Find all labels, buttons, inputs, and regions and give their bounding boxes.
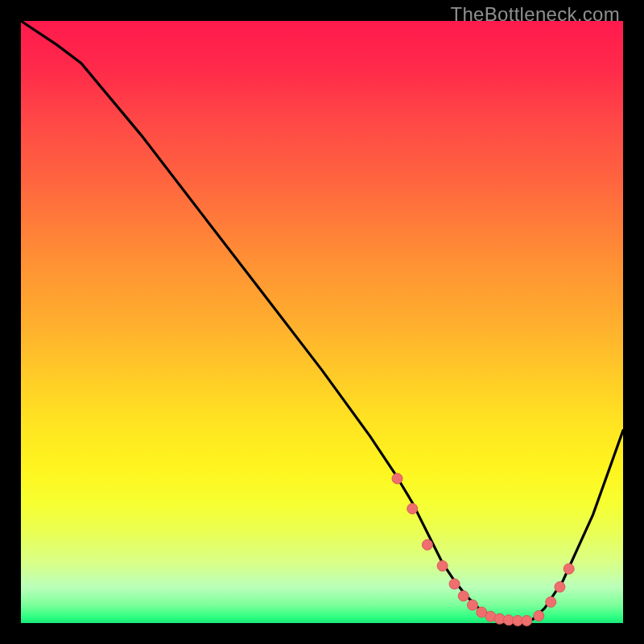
chart-plot-area [21,21,623,623]
chart-svg [21,21,623,623]
highlight-marker [422,539,432,550]
highlight-marker [458,591,469,601]
highlight-marker [546,597,556,607]
chart-frame: TheBottleneck.com [0,0,644,644]
watermark-text: TheBottleneck.com [450,3,620,26]
bottleneck-curve [21,21,623,621]
highlight-marker [449,579,460,589]
highlight-markers [392,473,574,626]
highlight-marker [407,503,418,514]
highlight-marker [437,560,448,571]
highlight-marker [564,564,574,574]
highlight-marker [555,582,565,592]
highlight-marker [522,616,532,626]
highlight-marker [534,611,544,621]
highlight-marker [468,600,478,610]
highlight-marker [392,473,402,484]
